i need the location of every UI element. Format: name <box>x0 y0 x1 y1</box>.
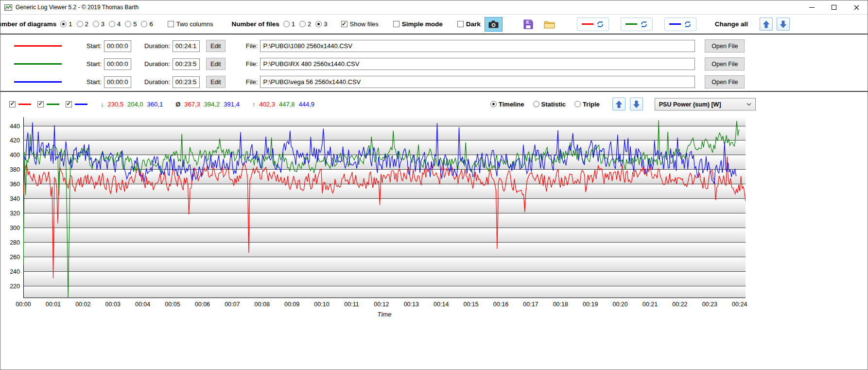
green-line-swatch <box>625 23 637 25</box>
toggle-series-green[interactable] <box>37 101 59 107</box>
radio-label: 6 <box>149 20 153 28</box>
svg-text:340: 340 <box>10 195 20 202</box>
radio-icon <box>77 21 83 27</box>
radio-icon <box>141 21 147 27</box>
svg-text:00:04: 00:04 <box>135 301 150 308</box>
red-line-swatch <box>18 104 31 105</box>
open-folder-button[interactable] <box>540 17 558 32</box>
file-count-option-3[interactable]: 3 <box>315 20 327 28</box>
titlebar: Generic Log Viewer 5.2 - © 2019 Thomas B… <box>0 0 868 15</box>
file-path-input[interactable] <box>260 40 695 52</box>
start-input[interactable] <box>104 76 131 88</box>
down-arrow-icon <box>780 20 786 28</box>
diagram-count-option-3[interactable]: 3 <box>93 20 104 28</box>
file-row: Start: Duration: Edit File: Open File <box>0 37 868 55</box>
svg-text:00:13: 00:13 <box>404 301 419 308</box>
svg-text:00:22: 00:22 <box>672 301 687 308</box>
edit-button[interactable]: Edit <box>206 58 226 70</box>
min-value-blue: 360,1 <box>147 101 163 108</box>
checkbox-icon <box>393 21 399 27</box>
max-value-red: 402,3 <box>259 101 275 108</box>
avg-value-red: 367,3 <box>184 101 200 108</box>
open-file-button[interactable]: Open File <box>705 75 745 88</box>
file-row: Start: Duration: Edit File: Open File <box>0 73 868 91</box>
view-triple-radio[interactable]: Triple <box>574 101 600 108</box>
metric-dropdown[interactable]: PSU Power (sum) [W] <box>655 98 756 110</box>
refresh-series-red-button[interactable] <box>577 18 609 31</box>
radio-icon <box>299 21 306 27</box>
window-title: Generic Log Viewer 5.2 - © 2019 Thomas B… <box>16 4 139 11</box>
duration-label: Duration: <box>144 60 170 68</box>
duration-input[interactable] <box>173 40 200 52</box>
show-files-checkbox[interactable]: Show files <box>341 20 379 28</box>
diagram-count-option-1[interactable]: 1 <box>60 20 72 28</box>
start-input[interactable] <box>104 40 131 52</box>
close-icon <box>854 5 859 10</box>
edit-button[interactable]: Edit <box>206 40 226 52</box>
diagram-count-option-6[interactable]: 6 <box>141 20 153 28</box>
svg-text:00:16: 00:16 <box>493 301 508 308</box>
diagram-count-option-4[interactable]: 4 <box>109 20 121 28</box>
view-timeline-radio[interactable]: Timeline <box>490 101 524 108</box>
close-button[interactable] <box>845 0 868 14</box>
file-count-option-2[interactable]: 2 <box>299 20 311 28</box>
metric-down-button[interactable] <box>630 98 643 111</box>
start-label: Start: <box>87 42 102 50</box>
max-stats: ↑ 402,3 447,8 444,9 <box>252 101 314 108</box>
screenshot-button[interactable] <box>485 17 503 32</box>
checkbox-icon <box>457 21 464 27</box>
diagram-count-option-2[interactable]: 2 <box>77 20 88 28</box>
max-value-blue: 444,9 <box>299 101 315 108</box>
file-path-input[interactable] <box>260 58 695 70</box>
change-all-down-button[interactable] <box>777 18 790 31</box>
change-all-up-button[interactable] <box>760 18 773 31</box>
maximize-button[interactable] <box>823 0 845 14</box>
timeline-chart[interactable]: 22024026028030032034036038040042044000:0… <box>0 113 868 320</box>
save-button[interactable] <box>520 17 537 32</box>
open-file-button[interactable]: Open File <box>705 39 745 53</box>
avg-stats: Ø 367,3 394,2 391,4 <box>175 101 240 108</box>
max-icon: ↑ <box>252 101 256 108</box>
svg-text:240: 240 <box>10 268 20 275</box>
svg-text:00:11: 00:11 <box>344 301 359 308</box>
simple-mode-checkbox[interactable]: Simple mode <box>393 20 443 28</box>
refresh-series-blue-button[interactable] <box>664 18 696 31</box>
radio-label: 1 <box>69 20 72 28</box>
edit-button[interactable]: Edit <box>206 76 226 88</box>
app-icon <box>4 4 12 11</box>
file-path-input[interactable] <box>260 76 695 88</box>
checkbox-icon <box>66 101 72 107</box>
svg-text:Time: Time <box>378 311 392 318</box>
duration-input[interactable] <box>173 76 200 88</box>
checkbox-icon <box>9 101 16 107</box>
metric-up-button[interactable] <box>612 98 625 111</box>
number-of-files-label: Number of files <box>232 20 279 28</box>
two-columns-checkbox[interactable]: Two columns <box>168 20 213 28</box>
checkbox-label: Two columns <box>176 20 213 28</box>
green-line-swatch <box>47 104 59 105</box>
svg-text:00:12: 00:12 <box>374 301 389 308</box>
min-icon: ↓ <box>101 101 104 108</box>
svg-text:00:15: 00:15 <box>463 301 478 308</box>
svg-text:300: 300 <box>10 225 20 231</box>
avg-value-blue: 391,4 <box>224 101 240 108</box>
minimize-button[interactable] <box>800 0 823 14</box>
radio-icon <box>60 21 67 27</box>
start-input[interactable] <box>104 58 131 70</box>
svg-text:00:17: 00:17 <box>523 301 538 308</box>
maximize-icon <box>832 5 836 10</box>
radio-icon <box>93 21 99 27</box>
dark-mode-checkbox[interactable]: Dark <box>457 20 481 28</box>
refresh-series-green-button[interactable] <box>621 18 653 31</box>
file-count-option-1[interactable]: 1 <box>283 20 295 28</box>
view-statistic-radio[interactable]: Statistic <box>533 101 566 108</box>
open-file-button[interactable]: Open File <box>705 57 745 70</box>
diagram-count-option-5[interactable]: 5 <box>125 20 137 28</box>
checkbox-label: Simple mode <box>402 20 443 28</box>
change-all-label: Change all <box>715 20 748 28</box>
svg-text:00:01: 00:01 <box>46 301 61 308</box>
folder-icon <box>544 20 555 29</box>
toggle-series-blue[interactable] <box>66 101 87 107</box>
duration-input[interactable] <box>173 58 200 70</box>
toggle-series-red[interactable] <box>9 101 31 107</box>
